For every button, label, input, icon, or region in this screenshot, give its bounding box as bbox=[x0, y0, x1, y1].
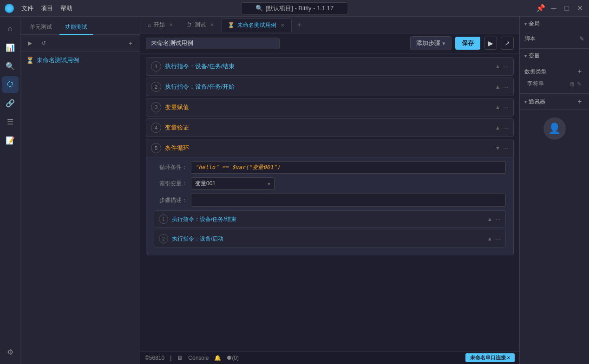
editor-toolbar: 添加步骤 ▾ 保存 ▶ ↗ bbox=[140, 33, 519, 53]
left-panel: 单元测试 功能测试 ▶ ↺ + ⏳ 未命名测试用例 bbox=[20, 17, 140, 364]
rp-vars-chevron: ▾ bbox=[524, 53, 527, 58]
export-button[interactable]: ↗ bbox=[501, 37, 514, 50]
step-1-label: 执行指令：设备/任务/结束 bbox=[165, 62, 495, 71]
step-1-more[interactable]: ··· bbox=[503, 63, 509, 70]
rp-global-body: 脚本 ✎ bbox=[520, 31, 589, 48]
right-panel: ▾ 全局 脚本 ✎ ▾ 变量 数据类型 + bbox=[519, 17, 589, 364]
step-1-header[interactable]: 1 执行指令：设备/任务/结束 ▲ ··· bbox=[146, 58, 513, 75]
sidebar-icon-list[interactable]: ☰ bbox=[2, 113, 19, 130]
tab-start[interactable]: ⌂ 开始 ✕ bbox=[142, 18, 180, 32]
sub-step-1-more[interactable]: ··· bbox=[495, 215, 501, 223]
menu-project[interactable]: 项目 bbox=[41, 4, 53, 13]
rp-datatype-add[interactable]: + bbox=[575, 67, 584, 76]
menu-file[interactable]: 文件 bbox=[21, 4, 33, 13]
index-var-field: 索引变量： 变量001 ▾ bbox=[154, 177, 506, 190]
tab-test-label: 测试 bbox=[195, 21, 206, 29]
step-2-actions: ▲ ··· bbox=[495, 83, 509, 91]
step-4-more[interactable]: ··· bbox=[503, 124, 509, 131]
step-4-header[interactable]: 4 变量验证 ▲ ··· bbox=[146, 119, 513, 136]
rp-section-comm: ▾ 通讯器 + bbox=[520, 94, 589, 110]
step-1-actions: ▲ ··· bbox=[495, 63, 509, 70]
new-tab-button[interactable]: + bbox=[293, 19, 306, 32]
rp-comm-add[interactable]: + bbox=[575, 97, 584, 106]
run-all-button[interactable]: ▶ bbox=[24, 38, 35, 49]
rp-string-label: 字符串 bbox=[527, 80, 568, 88]
status-right: 未命名串口连接 × bbox=[465, 353, 515, 362]
step-5-chevron-down[interactable]: ▼ bbox=[495, 145, 500, 151]
step-1-chevron-up[interactable]: ▲ bbox=[495, 63, 500, 70]
case-name-input[interactable] bbox=[146, 38, 280, 49]
rp-string-edit[interactable]: ✎ bbox=[577, 81, 582, 87]
step-2-label: 执行指令：设备/任务/开始 bbox=[165, 83, 495, 91]
title-bar-center: 🔍 [默认项目] - Bittly - 1.1.17 bbox=[241, 2, 348, 14]
sidebar-icon-script[interactable]: 📝 bbox=[2, 132, 19, 149]
rp-string-delete[interactable]: 🗑 bbox=[569, 81, 575, 87]
sidebar-icon-chart[interactable]: 📊 bbox=[2, 39, 19, 56]
index-var-select[interactable]: 变量001 ▾ bbox=[191, 177, 275, 190]
tree-item-case[interactable]: ⏳ 未命名测试用例 bbox=[20, 54, 140, 67]
step-3-chevron-up[interactable]: ▲ bbox=[495, 104, 500, 110]
step-2-header[interactable]: 2 执行指令：设备/任务/开始 ▲ ··· bbox=[146, 78, 513, 96]
sub-step-1-chevron[interactable]: ▲ bbox=[487, 216, 492, 222]
sidebar-icon-link[interactable]: 🔗 bbox=[2, 95, 19, 111]
loop-condition-value[interactable]: "hello" == $var("变量001") bbox=[191, 161, 506, 174]
step-5-more[interactable]: ··· bbox=[503, 144, 509, 152]
window-controls: 📌 ─ □ ✕ bbox=[536, 4, 584, 13]
close-icon[interactable]: ✕ bbox=[575, 4, 584, 13]
tab-functional-test[interactable]: 功能测试 bbox=[59, 20, 93, 35]
step-3-num: 3 bbox=[151, 102, 161, 112]
step-3-label: 变量赋值 bbox=[165, 103, 495, 111]
menu-help[interactable]: 帮助 bbox=[60, 4, 72, 13]
case-icon: ⏳ bbox=[26, 57, 34, 64]
sidebar-icon-test[interactable]: ⏱ bbox=[2, 76, 19, 93]
rp-section-comm-header[interactable]: ▾ 通讯器 + bbox=[520, 94, 589, 110]
sub-step-1: 1 执行指令：设备/任务/结束 ▲ ··· bbox=[154, 210, 506, 228]
sub-step-2-chevron[interactable]: ▲ bbox=[487, 235, 492, 242]
refresh-button[interactable]: ↺ bbox=[38, 38, 49, 49]
sidebar-icon-settings[interactable]: ⚙ bbox=[2, 344, 19, 360]
sub-step-2-more[interactable]: ··· bbox=[495, 235, 501, 242]
tab-test-close[interactable]: ✕ bbox=[209, 22, 215, 28]
sub-step-2: 2 执行指令：设备/启动 ▲ ··· bbox=[154, 230, 506, 247]
rp-vars-title: 变量 bbox=[529, 52, 584, 60]
step-5-body: 循环条件： "hello" == $var("变量001") 索引变量： 变量0… bbox=[146, 157, 513, 255]
rp-section-global-header[interactable]: ▾ 全局 bbox=[520, 17, 589, 31]
connect-button[interactable]: 未命名串口连接 × bbox=[465, 353, 515, 362]
sidebar-icon-home[interactable]: ⌂ bbox=[2, 20, 19, 37]
index-var-label: 索引变量： bbox=[154, 180, 187, 188]
rp-string-item[interactable]: 字符串 🗑 ✎ bbox=[524, 78, 584, 90]
rp-script-edit[interactable]: ✎ bbox=[579, 35, 584, 42]
add-step-button[interactable]: 添加步骤 ▾ bbox=[410, 36, 452, 50]
add-case-button[interactable]: + bbox=[125, 38, 136, 49]
step-2-chevron-up[interactable]: ▲ bbox=[495, 84, 500, 90]
tab-start-close[interactable]: ✕ bbox=[168, 22, 174, 28]
tab-unit-test[interactable]: 单元测试 bbox=[24, 20, 58, 34]
sidebar-icon-search[interactable]: 🔍 bbox=[2, 58, 19, 74]
step-2-more[interactable]: ··· bbox=[503, 83, 509, 91]
step-3-more[interactable]: ··· bbox=[503, 104, 509, 111]
step-desc-input[interactable] bbox=[191, 194, 506, 207]
step-5-header[interactable]: 5 条件循环 ▼ ··· bbox=[146, 139, 513, 157]
tab-test[interactable]: ⏱ 测试 ✕ bbox=[181, 18, 221, 32]
titlebar: 文件 项目 帮助 🔍 [默认项目] - Bittly - 1.1.17 📌 ─ … bbox=[0, 0, 589, 17]
icon-sidebar: ⌂ 📊 🔍 ⏱ 🔗 ☰ 📝 ⚙ bbox=[0, 17, 20, 364]
audio-icon[interactable]: 🔔 bbox=[214, 355, 221, 361]
tab-test-icon: ⏱ bbox=[186, 22, 192, 28]
minimize-icon[interactable]: ─ bbox=[549, 4, 558, 13]
step-3-header[interactable]: 3 变量赋值 ▲ ··· bbox=[146, 98, 513, 116]
tab-unnamed-label: 未命名测试用例 bbox=[237, 21, 276, 29]
tab-unnamed-close[interactable]: ✕ bbox=[279, 22, 286, 28]
save-button[interactable]: 保存 bbox=[455, 37, 480, 50]
search-icon: 🔍 bbox=[255, 5, 263, 12]
add-step-chevron: ▾ bbox=[442, 40, 445, 47]
rp-datatype-label: 数据类型 bbox=[524, 68, 573, 76]
run-button[interactable]: ▶ bbox=[484, 37, 497, 50]
maximize-icon[interactable]: □ bbox=[562, 4, 571, 13]
app-layout: ⌂ 📊 🔍 ⏱ 🔗 ☰ 📝 ⚙ 单元测试 功能测试 ▶ ↺ + ⏳ 未命名测试用… bbox=[0, 17, 589, 364]
console-label[interactable]: Console bbox=[188, 355, 209, 361]
step-4-chevron-up[interactable]: ▲ bbox=[495, 124, 500, 131]
rp-vars-body: 数据类型 + 字符串 🗑 ✎ bbox=[520, 63, 589, 93]
pin-icon[interactable]: 📌 bbox=[536, 4, 545, 13]
rp-section-vars-header[interactable]: ▾ 变量 bbox=[520, 49, 589, 63]
tab-unnamed[interactable]: ⏳ 未命名测试用例 ✕ bbox=[222, 18, 292, 32]
